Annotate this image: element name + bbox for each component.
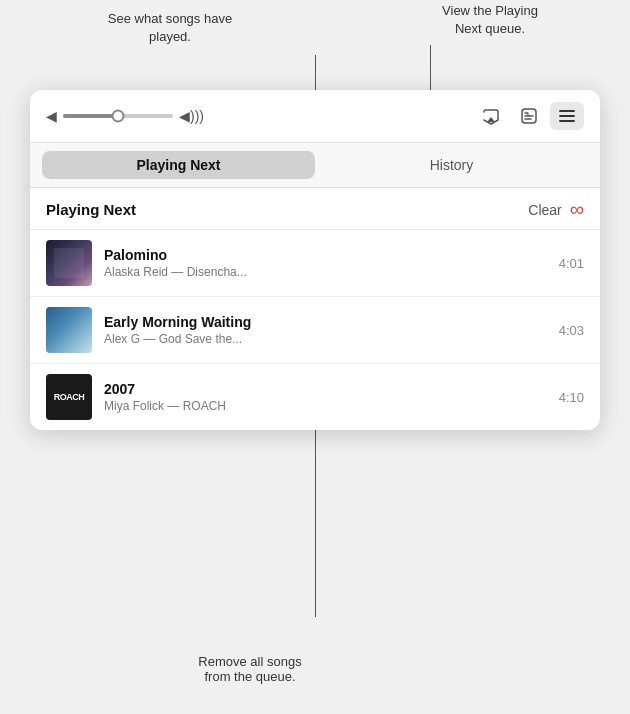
airplay-button[interactable] — [474, 102, 508, 130]
album-art-2 — [46, 307, 92, 353]
volume-high-icon: ◀))) — [179, 108, 204, 124]
control-icons: " — [474, 102, 584, 130]
song-info-2: Early Morning Waiting Alex G — God Save … — [104, 314, 547, 346]
controls-bar: ◀ ◀))) " — [30, 90, 600, 143]
volume-slider-track[interactable] — [63, 114, 173, 118]
song-title-2: Early Morning Waiting — [104, 314, 547, 330]
lyrics-button[interactable]: " — [512, 102, 546, 130]
album-art-3: ROACH — [46, 374, 92, 420]
song-duration-2: 4:03 — [559, 323, 584, 338]
svg-text:": " — [526, 112, 530, 122]
song-info-1: Palomino Alaska Reid — Disencha... — [104, 247, 547, 279]
lyrics-icon: " — [519, 106, 539, 126]
annotation-top-right: View the PlayingNext queue. — [410, 2, 570, 38]
song-subtitle-1: Alaska Reid — Disencha... — [104, 265, 547, 279]
airplay-icon — [481, 106, 501, 126]
album-art-3-text: ROACH — [54, 374, 85, 420]
tab-history[interactable]: History — [315, 151, 588, 179]
section-title: Playing Next — [46, 201, 528, 218]
clear-button[interactable]: Clear — [528, 202, 561, 218]
infinity-button[interactable]: ∞ — [570, 198, 584, 221]
svg-marker-0 — [487, 117, 495, 122]
song-title-1: Palomino — [104, 247, 547, 263]
song-duration-3: 4:10 — [559, 390, 584, 405]
song-duration-1: 4:01 — [559, 256, 584, 271]
annotation-bottom: Remove all songsfrom the queue. — [150, 654, 350, 684]
volume-control: ◀ ◀))) — [46, 108, 474, 124]
song-subtitle-2: Alex G — God Save the... — [104, 332, 547, 346]
song-title-3: 2007 — [104, 381, 547, 397]
section-header: Playing Next Clear ∞ — [30, 188, 600, 230]
song-subtitle-3: Miya Folick — ROACH — [104, 399, 547, 413]
volume-slider-thumb[interactable] — [112, 110, 125, 123]
table-row[interactable]: Early Morning Waiting Alex G — God Save … — [30, 297, 600, 364]
queue-button[interactable] — [550, 102, 584, 130]
song-list: Palomino Alaska Reid — Disencha... 4:01 … — [30, 230, 600, 430]
music-panel: ◀ ◀))) " — [30, 90, 600, 430]
annotation-top-left: See what songs have played. — [90, 10, 250, 46]
tab-playing-next[interactable]: Playing Next — [42, 151, 315, 179]
table-row[interactable]: ROACH 2007 Miya Folick — ROACH 4:10 — [30, 364, 600, 430]
table-row[interactable]: Palomino Alaska Reid — Disencha... 4:01 — [30, 230, 600, 297]
queue-icon — [557, 106, 577, 126]
volume-low-icon: ◀ — [46, 108, 57, 124]
tabs-bar: Playing Next History — [30, 143, 600, 188]
album-art-1 — [46, 240, 92, 286]
song-info-3: 2007 Miya Folick — ROACH — [104, 381, 547, 413]
